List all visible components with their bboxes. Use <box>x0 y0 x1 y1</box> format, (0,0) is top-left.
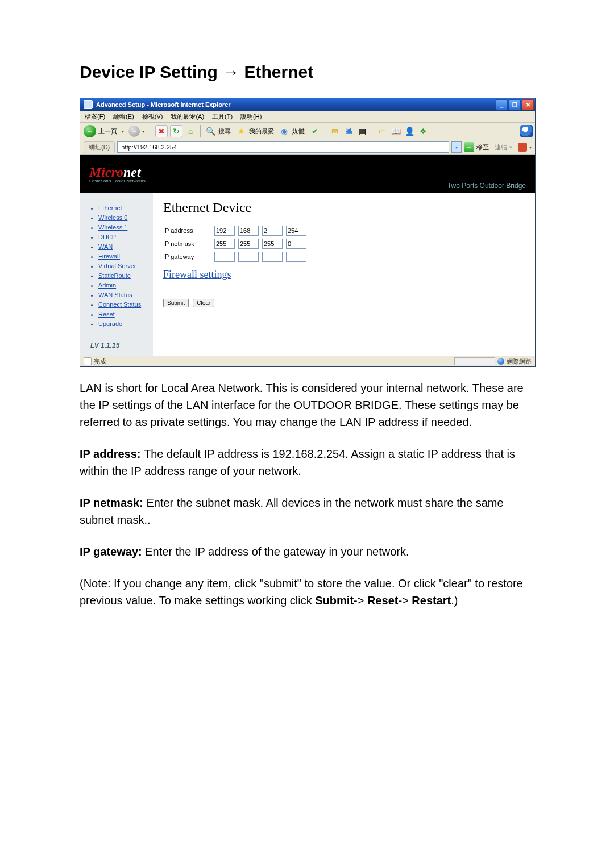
research-icon[interactable]: 📖 <box>390 126 401 137</box>
row-ip-address: IP address 192 168 2 254 <box>163 226 525 236</box>
document-body: LAN is short for Local Area Network. Thi… <box>80 379 534 609</box>
ip-netmask-label: IP netmask <box>163 240 214 247</box>
menu-file[interactable]: 檔案(F) <box>85 112 105 121</box>
snagit-dropdown-icon[interactable]: ▾ <box>529 145 532 150</box>
status-text: 完成 <box>94 357 106 366</box>
done-icon <box>84 357 92 365</box>
ip-address-label: IP address <box>163 227 214 234</box>
mask-octet-1[interactable]: 255 <box>214 239 235 249</box>
status-bar: 完成 網際網路 <box>80 356 535 366</box>
ip-gateway-paragraph: IP gateway: Enter the IP address of the … <box>80 543 534 560</box>
firmware-version: LV 1.1.15 <box>90 341 147 349</box>
nav-sidebar: Ethernet Wireless 0 Wireless 1 DHCP WAN … <box>80 193 153 358</box>
address-dropdown-icon[interactable]: ▾ <box>451 141 462 153</box>
links-label[interactable]: 連結 <box>495 143 507 152</box>
ip-address-paragraph: IP address: The default IP address is 19… <box>80 445 534 479</box>
ie-throbber-icon <box>520 125 533 137</box>
media-label: 媒體 <box>292 127 305 136</box>
ie-page-icon <box>84 100 93 109</box>
ip-octet-2[interactable]: 168 <box>238 226 259 236</box>
ip-octet-3[interactable]: 2 <box>262 226 283 236</box>
mail-icon[interactable]: ✉ <box>329 126 341 137</box>
gw-octet-3[interactable] <box>262 252 283 262</box>
nav-firewall[interactable]: Firewall <box>98 252 147 261</box>
search-label: 搜尋 <box>218 127 231 136</box>
intro-paragraph: LAN is short for Local Area Network. Thi… <box>80 379 534 431</box>
close-button[interactable]: ✕ <box>522 99 534 110</box>
nav-wan-status[interactable]: WAN Status <box>98 290 147 300</box>
firewall-settings-link[interactable]: Firewall settings <box>163 269 525 281</box>
nav-wireless-0[interactable]: Wireless 0 <box>98 213 147 223</box>
address-url: http://192.168.2.254 <box>121 144 177 151</box>
ie-window: Advanced Setup - Microsoft Internet Expl… <box>80 98 536 367</box>
clear-button[interactable]: Clear <box>193 299 214 307</box>
nav-ethernet[interactable]: Ethernet <box>98 203 147 213</box>
menu-fav[interactable]: 我的最愛(A) <box>171 112 204 121</box>
address-bar: 網址(D) http://192.168.2.254 ▾ → 移至 連結 » ▾ <box>80 140 535 155</box>
favorites-label: 我的最愛 <box>249 127 274 136</box>
discuss-icon[interactable]: ▭ <box>376 126 388 137</box>
nav-static-route[interactable]: StaticRoute <box>98 271 147 281</box>
nav-wan[interactable]: WAN <box>98 242 147 252</box>
favorites-icon[interactable]: ★ <box>235 126 247 137</box>
submit-button[interactable]: Submit <box>163 299 189 307</box>
device-model-label: Two Ports Outdoor Bridge <box>447 182 526 190</box>
extra-tool-icon[interactable]: ❖ <box>417 126 429 137</box>
menu-bar: 檔案(F) 編輯(E) 檢視(V) 我的最愛(A) 工具(T) 說明(H) <box>80 111 535 123</box>
menu-help[interactable]: 說明(H) <box>240 112 262 121</box>
brand-tagline: Faster and Easier Networks <box>89 178 146 183</box>
gw-octet-4[interactable] <box>286 252 306 262</box>
toolbar: ← 上一頁 ▾ → ▾ ✖ ↻ ⌂ 🔍 搜尋 ★ 我的最愛 ◉ 媒體 ✔ ✉ 🖶… <box>80 123 535 140</box>
edit-icon[interactable]: ▤ <box>356 126 368 137</box>
ip-octet-4[interactable]: 254 <box>286 226 306 236</box>
mask-octet-2[interactable]: 255 <box>238 239 259 249</box>
back-dropdown-icon[interactable]: ▾ <box>122 129 124 134</box>
snagit-icon[interactable] <box>518 143 527 152</box>
gw-octet-2[interactable] <box>238 252 259 262</box>
nav-virtual-server[interactable]: Virtual Server <box>98 261 147 271</box>
menu-edit[interactable]: 編輯(E) <box>113 112 134 121</box>
address-input[interactable]: http://192.168.2.254 <box>117 141 449 153</box>
window-titlebar: Advanced Setup - Microsoft Internet Expl… <box>80 98 535 111</box>
menu-tools[interactable]: 工具(T) <box>212 112 233 121</box>
print-icon[interactable]: 🖶 <box>343 126 354 137</box>
address-label: 網址(D) <box>84 141 115 153</box>
back-label: 上一頁 <box>98 127 117 136</box>
gw-octet-1[interactable] <box>214 252 235 262</box>
search-icon[interactable]: 🔍 <box>205 126 216 137</box>
menu-view[interactable]: 檢視(V) <box>142 112 163 121</box>
window-title: Advanced Setup - Microsoft Internet Expl… <box>96 101 231 108</box>
go-button[interactable]: → <box>464 142 474 152</box>
mask-octet-3[interactable]: 255 <box>262 239 283 249</box>
nav-upgrade[interactable]: Upgrade <box>98 319 147 329</box>
maximize-button[interactable]: ❐ <box>509 99 521 110</box>
brand-logo: Micronet <box>89 165 146 180</box>
media-icon[interactable]: ◉ <box>279 126 290 137</box>
note-paragraph: (Note: If you change any item, click "su… <box>80 575 534 609</box>
history-icon[interactable]: ✔ <box>309 126 321 137</box>
minimize-button[interactable]: _ <box>496 99 508 110</box>
links-expand-icon[interactable]: » <box>509 144 512 150</box>
ip-octet-1[interactable]: 192 <box>214 226 235 236</box>
stop-icon[interactable]: ✖ <box>155 125 168 137</box>
forward-dropdown-icon[interactable]: ▾ <box>142 129 144 134</box>
home-icon[interactable]: ⌂ <box>185 126 196 137</box>
nav-connect-status[interactable]: Connect Status <box>98 300 147 310</box>
refresh-icon[interactable]: ↻ <box>170 125 182 137</box>
toolbar-separator <box>151 125 151 137</box>
row-ip-netmask: IP netmask 255 255 255 0 <box>163 239 525 249</box>
zone-text: 網際網路 <box>507 357 532 366</box>
nav-admin[interactable]: Admin <box>98 281 147 290</box>
messenger-icon[interactable]: 👤 <box>404 126 415 137</box>
ip-gateway-label: IP gateway <box>163 253 214 260</box>
back-button[interactable]: ← <box>84 125 96 137</box>
mask-octet-4[interactable]: 0 <box>286 239 306 249</box>
forward-button[interactable]: → <box>128 126 140 137</box>
nav-reset[interactable]: Reset <box>98 310 147 319</box>
go-label: 移至 <box>476 143 489 152</box>
nav-dhcp[interactable]: DHCP <box>98 232 147 242</box>
ip-netmask-paragraph: IP netmask: Enter the subnet mask. All d… <box>80 494 534 528</box>
toolbar-separator <box>325 125 325 137</box>
nav-wireless-1[interactable]: Wireless 1 <box>98 223 147 232</box>
main-content: Ethernet Device IP address 192 168 2 254… <box>153 193 535 358</box>
